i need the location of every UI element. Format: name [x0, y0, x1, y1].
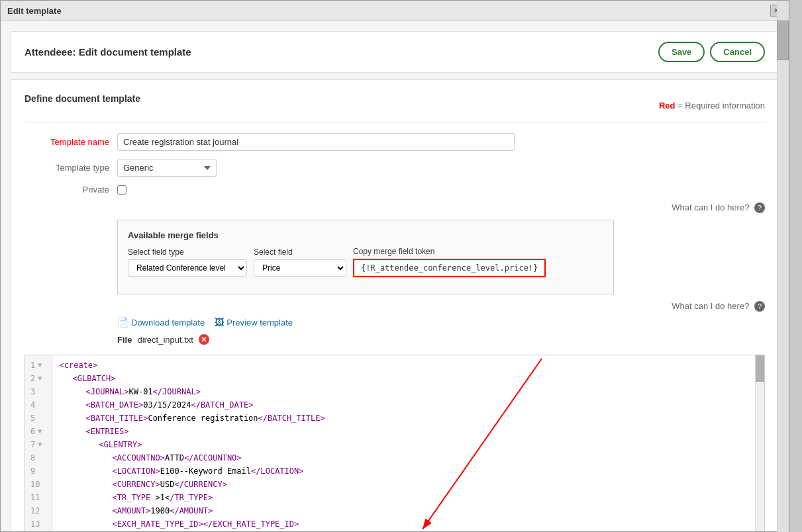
private-checkbox[interactable] [117, 185, 126, 195]
cancel-button[interactable]: Cancel [710, 42, 765, 62]
template-name-label: Template name [25, 137, 117, 147]
code-line-11: <TR_TYPE >1</TR_TYPE> [59, 491, 758, 504]
help-icon-2[interactable]: ? [754, 301, 765, 312]
what-can-label-2: What can I do here? [672, 301, 749, 311]
scroll-thumb[interactable] [756, 355, 765, 382]
template-type-label: Template type [25, 163, 117, 173]
code-editor-scrollbar[interactable] [755, 355, 764, 531]
code-text-area[interactable]: <create> <GLBATCH> <JOURNAL>KW-01</JOURN… [52, 355, 764, 531]
code-line-1: <create> [59, 359, 758, 372]
select-field-type-label: Select field type [128, 247, 247, 257]
section-title: Define document template [25, 93, 140, 107]
preview-template-link[interactable]: 🖼 Preview template [215, 317, 293, 328]
code-line-4: <BATCH_DATE>03/15/2024</BATCH_DATE> [59, 398, 758, 412]
help-icon-1[interactable]: ? [754, 202, 765, 213]
preview-icon: 🖼 [215, 317, 224, 328]
required-note: Red = Required information [659, 101, 765, 111]
file-name: direct_input.txt [137, 335, 193, 345]
save-button[interactable]: Save [658, 42, 705, 62]
select-field-label: Select field [254, 247, 346, 257]
template-type-select[interactable]: Generic [117, 159, 217, 177]
merge-fields-title: Available merge fields [128, 230, 603, 240]
template-links: 📄 Download template 🖼 Preview template [117, 317, 765, 328]
template-name-input[interactable] [117, 133, 515, 151]
private-label: Private [25, 185, 117, 195]
code-line-2: <GLBATCH> [59, 372, 758, 385]
select-field-type-select[interactable]: Related Conference level [128, 259, 247, 277]
window-scrollbar[interactable] [777, 1, 789, 532]
page-title: Attendeee: Edit document template [25, 46, 191, 58]
code-line-3: <JOURNAL>KW-01</JOURNAL> [59, 385, 758, 398]
window-scrollbar-thumb[interactable] [777, 21, 789, 60]
code-line-8: <ACCOUNTNO>ATTD</ACCOUNTNO> [59, 451, 758, 465]
copy-token-label: Copy merge field token [353, 247, 546, 256]
header-buttons: Save Cancel [658, 42, 765, 62]
code-line-5: <BATCH_TITLE>Conference registration</BA… [59, 412, 758, 425]
download-icon: 📄 [117, 317, 128, 328]
code-editor[interactable]: 1▼ 2▼ 3▼ 4▼ 5▼ 6▼ 7▼ 8▼ 9▼ 10▼ 11▼ 12▼ 1… [25, 355, 765, 531]
select-field-select[interactable]: Price [254, 259, 346, 277]
code-line-9: <LOCATION>E100--Keyword Email</LOCATION> [59, 465, 758, 478]
merge-fields-box: Available merge fields Select field type… [117, 220, 614, 294]
code-line-10: <CURRENCY>USD</CURRENCY> [59, 478, 758, 491]
file-label: File [117, 335, 132, 345]
download-template-link[interactable]: 📄 Download template [117, 317, 205, 328]
file-delete-button[interactable]: ✕ [199, 334, 209, 345]
what-can-label-1: What can I do here? [672, 202, 749, 212]
code-line-14: <EXCHANGE_RATE>1.5</EXCHANGE_RATE> [59, 531, 758, 531]
code-line-13: <EXCH_RATE_TYPE_ID></EXCH_RATE_TYPE_ID> [59, 517, 758, 531]
line-numbers: 1▼ 2▼ 3▼ 4▼ 5▼ 6▼ 7▼ 8▼ 9▼ 10▼ 11▼ 12▼ 1… [25, 355, 52, 531]
merge-token-box[interactable]: {!R_attendee_conference_level.price!} [353, 259, 546, 277]
code-line-12: <AMOUNT>1900</AMOUNT> [59, 504, 758, 517]
code-line-7: <GLENTRY> [59, 438, 758, 451]
code-line-6: <ENTRIES> [59, 425, 758, 438]
window-title: Edit template [7, 6, 62, 16]
